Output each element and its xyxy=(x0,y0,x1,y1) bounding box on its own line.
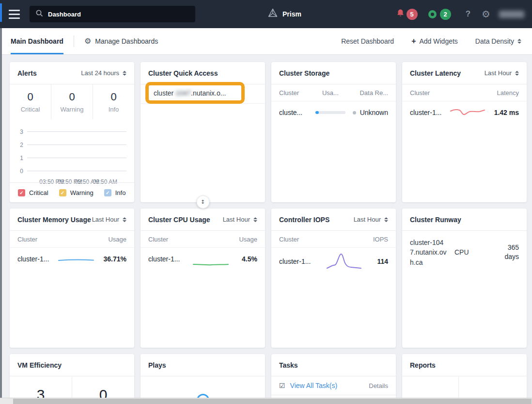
chevron-updown-icon xyxy=(123,71,126,76)
checkbox-checked-icon[interactable]: ✓ xyxy=(18,189,25,196)
tasks-details-label: Details xyxy=(369,382,388,389)
alerts-title: Alerts xyxy=(17,69,37,77)
task-checkbox-icon: ☑ xyxy=(279,382,285,389)
widget-resize-handle[interactable]: ↕ xyxy=(196,195,209,209)
alerts-warning-stat[interactable]: 0 Warning xyxy=(51,84,93,119)
search-icon xyxy=(35,9,43,19)
memory-row[interactable]: cluster-1... 36.71% xyxy=(10,248,134,270)
chevron-updown-icon xyxy=(253,217,257,222)
manage-dashboards-button[interactable]: ⚙ Manage Dashboards xyxy=(84,37,158,45)
alert-bell-icon[interactable] xyxy=(396,9,405,19)
tasks-title: Tasks xyxy=(279,361,298,369)
runway-value: 365 days xyxy=(500,243,519,262)
hamburger-menu-icon[interactable] xyxy=(9,10,20,19)
alerts-count-badge[interactable]: 5 xyxy=(407,9,418,20)
widget-vm-efficiency: VM Efficiency 3 0 xyxy=(10,354,134,404)
reports-title: Reports xyxy=(410,361,436,369)
cluster-link[interactable]: cluster-1047.nutanix.o... xyxy=(154,89,226,97)
storage-title: Cluster Storage xyxy=(279,69,329,77)
latency-row[interactable]: cluster-1... 1.42 ms xyxy=(402,101,527,124)
storage-row[interactable]: cluste... Unknown xyxy=(271,101,396,124)
scrollbar-thumb[interactable] xyxy=(13,399,532,404)
runway-cluster-name[interactable]: cluster-1047.nutanix.ovh.ca xyxy=(410,238,449,267)
blurred-cluster-id: -1047 xyxy=(173,89,191,97)
widget-grid: Alerts Last 24 hours 0 Critical 0 Warnin… xyxy=(10,62,527,404)
toolbar-right: Reset Dashboard + Add Widgets Data Densi… xyxy=(341,37,521,46)
widget-cluster-storage: Cluster Storage Cluster Usa... Data Re..… xyxy=(271,62,396,202)
view-all-tasks-link[interactable]: View All Task(s) xyxy=(290,382,338,389)
memory-title: Cluster Memory Usage xyxy=(17,216,91,224)
dashboard-toolbar: Main Dashboard ⚙ Manage Dashboards Reset… xyxy=(0,28,532,55)
quick-access-body: cluster-1047.nutanix.o... xyxy=(141,85,265,202)
storage-column-headers: Cluster Usa... Data Re... xyxy=(271,84,396,101)
legend-info-toggle[interactable]: ✓ Info xyxy=(104,189,126,196)
alerts-legend: ✓ Critical ✓ Warning ✓ Info xyxy=(10,182,134,202)
widget-cluster-memory-usage: Cluster Memory Usage Last Hour Cluster U… xyxy=(10,209,134,348)
runway-row[interactable]: cluster-1047.nutanix.ovh.ca CPU 365 days xyxy=(402,231,527,274)
iops-value: 114 xyxy=(377,258,388,265)
iops-title: Controller IOPS xyxy=(279,216,329,224)
memory-value: 36.71% xyxy=(104,255,126,263)
horizontal-scrollbar[interactable] xyxy=(0,398,532,404)
cpu-range-select[interactable]: Last Hour xyxy=(223,216,257,223)
legend-warning-toggle[interactable]: ✓ Warning xyxy=(59,189,94,196)
iops-range-select[interactable]: Last Hour xyxy=(354,216,388,223)
manage-gear-icon: ⚙ xyxy=(84,37,91,45)
cpu-column-headers: Cluster Usage xyxy=(141,231,265,248)
user-menu[interactable] xyxy=(499,11,524,18)
cpu-row[interactable]: cluster-1... 4.5% xyxy=(141,248,265,270)
memory-sparkline xyxy=(49,254,103,264)
health-count-badge[interactable]: 2 xyxy=(440,9,451,20)
settings-gear-icon[interactable]: ⚙ xyxy=(482,9,490,19)
widget-plays: Plays xyxy=(141,354,265,404)
brand-name: Prism xyxy=(282,10,301,18)
cpu-cluster-name[interactable]: cluster-1... xyxy=(148,255,180,263)
plays-title: Plays xyxy=(148,361,166,369)
widget-controller-iops: Controller IOPS Last Hour Cluster IOPS c… xyxy=(271,209,396,348)
alerts-range-select[interactable]: Last 24 hours xyxy=(81,69,126,77)
checkbox-checked-icon[interactable]: ✓ xyxy=(104,189,111,196)
alerts-summary: 0 Critical 0 Warning 0 Info xyxy=(10,84,134,119)
prism-logo-icon xyxy=(267,8,278,20)
tab-main-dashboard[interactable]: Main Dashboard xyxy=(11,28,63,54)
help-icon[interactable]: ? xyxy=(466,9,470,19)
add-widgets-label: Add Widgets xyxy=(419,37,457,45)
alerts-chart: 3 2 1 0 03:50 PM 09:50 PM 03:50 AM 09:50… xyxy=(10,119,134,187)
data-density-select[interactable]: Data Density xyxy=(475,37,521,45)
iops-sparkline xyxy=(311,251,377,272)
toolbar-divider xyxy=(74,35,74,47)
iops-cluster-name[interactable]: cluster-1... xyxy=(279,258,311,265)
cluster-link-highlight[interactable]: cluster-1047.nutanix.o... xyxy=(145,82,245,104)
storage-cluster-name[interactable]: cluste... xyxy=(279,109,314,116)
latency-cluster-name[interactable]: cluster-1... xyxy=(410,109,441,116)
memory-range-select[interactable]: Last Hour xyxy=(92,216,126,223)
memory-column-headers: Cluster Usage xyxy=(10,231,134,248)
latency-range-select[interactable]: Last Hour xyxy=(485,69,519,77)
resize-updown-icon: ↕ xyxy=(201,199,205,205)
cpu-sparkline xyxy=(180,260,242,268)
iops-row[interactable]: cluster-1... 114 xyxy=(271,248,396,275)
health-ring-icon[interactable] xyxy=(428,10,437,18)
latency-value: 1.42 ms xyxy=(494,109,519,116)
manage-label: Manage Dashboards xyxy=(95,37,158,45)
reset-dashboard-button[interactable]: Reset Dashboard xyxy=(341,37,394,45)
chevron-updown-icon xyxy=(515,71,519,76)
add-widgets-button[interactable]: + Add Widgets xyxy=(411,37,458,46)
brand: Prism xyxy=(267,0,301,28)
alerts-critical-stat[interactable]: 0 Critical xyxy=(10,84,51,119)
chevron-updown-icon xyxy=(384,217,388,222)
chevron-updown-icon xyxy=(123,217,126,222)
widget-cluster-latency: Cluster Latency Last Hour Cluster Latenc… xyxy=(402,62,527,202)
iops-column-headers: Cluster IOPS xyxy=(271,231,396,248)
data-density-label: Data Density xyxy=(475,37,514,45)
widget-cluster-runway: Cluster Runway cluster-1047.nutanix.ovh.… xyxy=(402,209,527,348)
widget-reports: Reports xyxy=(402,354,527,404)
legend-critical-toggle[interactable]: ✓ Critical xyxy=(18,189,48,196)
checkbox-checked-icon[interactable]: ✓ xyxy=(59,189,66,196)
widget-cluster-quick-access: Cluster Quick Access cluster-1047.nutani… xyxy=(141,62,265,202)
widget-cluster-cpu-usage: Cluster CPU Usage Last Hour Cluster Usag… xyxy=(141,209,265,348)
memory-cluster-name[interactable]: cluster-1... xyxy=(17,255,49,263)
vm-efficiency-title: VM Efficiency xyxy=(17,361,62,369)
search-input[interactable]: Dashboard xyxy=(30,6,195,22)
alerts-info-stat[interactable]: 0 Info xyxy=(93,84,134,119)
